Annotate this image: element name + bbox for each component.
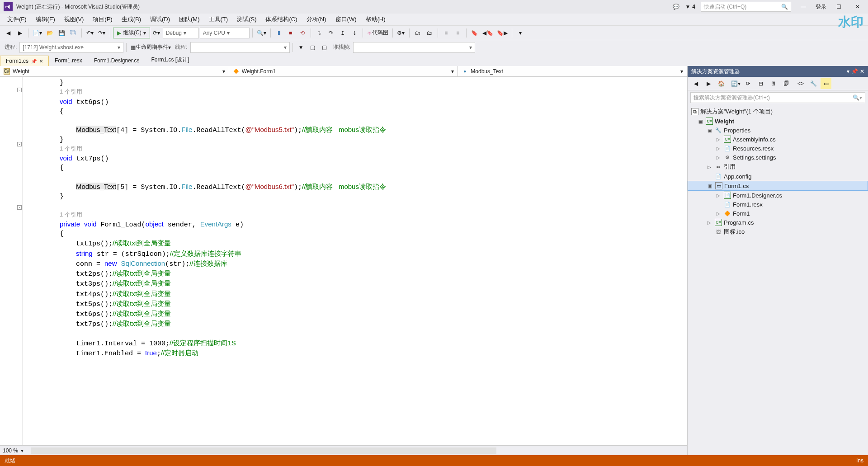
pause-button[interactable]: ⏸: [274, 28, 284, 38]
tab-form1-designer[interactable]: Form1.Designer.cs: [88, 55, 146, 66]
view-button[interactable]: ▭: [821, 78, 831, 89]
close-icon[interactable]: ✕: [39, 59, 43, 64]
save-all-button[interactable]: ⿻: [68, 28, 79, 38]
toolbox-button[interactable]: 🗂: [412, 28, 423, 38]
tree-assemblyinfo[interactable]: ▷C#AssemblyInfo.cs: [688, 135, 868, 144]
preview-button[interactable]: 🗐: [781, 78, 792, 89]
refresh-button[interactable]: ⟳: [743, 78, 754, 89]
fwd-button[interactable]: ▶: [703, 78, 714, 89]
home-button[interactable]: 🏠: [716, 78, 726, 89]
step-over-button[interactable]: ↷: [326, 28, 336, 38]
zoom-dropdown-icon[interactable]: ▾: [21, 447, 24, 454]
comment-button[interactable]: ≡: [441, 28, 452, 38]
dropdown-icon[interactable]: ▾: [847, 68, 849, 75]
collapse-button[interactable]: ⊟: [755, 78, 766, 89]
stack-dropdown[interactable]: ▾: [353, 42, 475, 53]
menu-edit[interactable]: 编辑(E): [31, 14, 60, 25]
notification-flag[interactable]: ▼4: [685, 4, 695, 10]
back-button[interactable]: ◀: [690, 78, 701, 89]
bookmark-button[interactable]: 🔖: [469, 28, 480, 38]
tree-form1-designer[interactable]: ▷📄Form1.Designer.cs: [688, 191, 868, 200]
stop-button[interactable]: ■: [285, 28, 296, 38]
prev-bookmark-button[interactable]: ◀🔖: [481, 28, 495, 38]
find-button[interactable]: 🔍▾: [255, 28, 268, 38]
code-editor[interactable]: - - - } 1 个引用 void txt6ps() { Modbus_Tex…: [0, 77, 687, 445]
step-out-button[interactable]: ↥: [337, 28, 348, 38]
tree-solution[interactable]: ⧉解决方案"Weight"(1 个项目): [688, 107, 868, 117]
tree-resources[interactable]: ▷📄Resources.resx: [688, 144, 868, 153]
tree-form1-cs[interactable]: ▣▭Form1.cs: [688, 181, 868, 191]
redo-button[interactable]: ↷▾: [96, 28, 107, 38]
next-bookmark-button[interactable]: 🔖▶: [495, 28, 509, 38]
minimize-button[interactable]: —: [797, 1, 810, 12]
outline-toggle[interactable]: -: [17, 88, 22, 92]
open-file-button[interactable]: 📂: [44, 28, 55, 38]
uncomment-button[interactable]: ≡: [453, 28, 463, 38]
properties-button[interactable]: 🔧: [808, 78, 819, 89]
pin-icon[interactable]: 📌: [31, 59, 37, 64]
tree-icon-ico[interactable]: 🖼图标.ico: [688, 227, 868, 237]
refresh-button[interactable]: ⟳▾: [151, 28, 162, 38]
outline-toggle[interactable]: -: [17, 205, 22, 210]
class-dropdown[interactable]: 🔶Weight.Form1▾: [229, 66, 458, 76]
outline-toggle[interactable]: -: [17, 142, 22, 146]
toggle2-button[interactable]: ▢: [307, 42, 318, 53]
menu-help[interactable]: 帮助(H): [361, 14, 390, 25]
tree-properties[interactable]: ▣🔧Properties: [688, 126, 868, 135]
lifecycle-button[interactable]: ▦ 生命周期事件 ▾: [129, 42, 172, 53]
tree-form1-resx[interactable]: 📄Form1.resx: [688, 200, 868, 209]
platform-dropdown[interactable]: Any CPU▾: [200, 28, 250, 38]
properties-button[interactable]: 🗂: [424, 28, 435, 38]
maximize-button[interactable]: ☐: [832, 1, 845, 12]
show-all-button[interactable]: 🗏: [768, 78, 779, 89]
zoom-level[interactable]: 100 %: [3, 447, 18, 454]
tab-form1-cs[interactable]: Form1.cs📌✕: [0, 56, 49, 66]
solution-search[interactable]: 搜索解决方案资源管理器(Ctrl+;)🔍▾: [690, 92, 865, 103]
menu-tools[interactable]: 工具(T): [204, 14, 233, 25]
menu-analyze[interactable]: 分析(N): [302, 14, 331, 25]
intellitrace-button[interactable]: ⚙▾: [396, 28, 406, 38]
close-icon[interactable]: ✕: [860, 68, 864, 75]
tree-project-weight[interactable]: ▣C#Weight: [688, 117, 868, 126]
toggle3-button[interactable]: ▢: [319, 42, 330, 53]
horizontal-scrollbar[interactable]: [31, 447, 496, 454]
feedback-icon[interactable]: 💬: [673, 4, 679, 10]
menu-view[interactable]: 视图(V): [60, 14, 88, 25]
undo-button[interactable]: ↶▾: [85, 28, 95, 38]
thread-dropdown[interactable]: ▾: [190, 42, 290, 53]
tree-references[interactable]: ▷▪▪引用: [688, 162, 868, 172]
menu-architecture[interactable]: 体系结构(C): [261, 14, 302, 25]
tree-program-cs[interactable]: ▷C#Program.cs: [688, 218, 868, 227]
nav-back-button[interactable]: ◀: [3, 28, 14, 38]
menu-project[interactable]: 项目(P): [88, 14, 117, 25]
menu-team[interactable]: 团队(M): [175, 14, 204, 25]
tab-form1-resx[interactable]: Form1.resx: [49, 55, 88, 66]
more-button[interactable]: ▾: [515, 28, 526, 38]
pin-icon[interactable]: 📌: [851, 68, 858, 75]
menu-file[interactable]: 文件(F): [3, 14, 31, 25]
sync-button[interactable]: 🔄▾: [730, 78, 741, 89]
menu-debug[interactable]: 调试(D): [146, 14, 175, 25]
continue-button[interactable]: ▶ 继续(C) ▾: [113, 28, 150, 38]
nav-fwd-button[interactable]: ▶: [14, 28, 25, 38]
menu-test[interactable]: 测试(S): [232, 14, 261, 25]
new-file-button[interactable]: 📄▾: [31, 28, 43, 38]
namespace-dropdown[interactable]: C#Weight▾: [0, 66, 229, 76]
menu-window[interactable]: 窗口(W): [331, 14, 361, 25]
tab-form1-design[interactable]: Form1.cs [设计]: [145, 54, 195, 66]
tree-appconfig[interactable]: 📄App.config: [688, 172, 868, 181]
close-button[interactable]: ✕: [851, 1, 864, 12]
save-button[interactable]: 💾: [56, 28, 67, 38]
toggle1-button[interactable]: ▼: [296, 42, 307, 53]
step-button[interactable]: ⤵: [349, 28, 360, 38]
config-dropdown[interactable]: Debug▾: [163, 28, 199, 38]
restart-button[interactable]: ⟲: [297, 28, 308, 38]
codemap-button[interactable]: ⚛ 代码图: [366, 28, 390, 38]
tree-form1-class[interactable]: ▷🔶Form1: [688, 209, 868, 218]
quick-launch-input[interactable]: 快速启动 (Ctrl+Q)🔍: [701, 2, 791, 12]
member-dropdown[interactable]: ●Modbus_Text▾: [458, 66, 687, 76]
step-into-button[interactable]: ↴: [314, 28, 325, 38]
code-button[interactable]: <>: [795, 78, 806, 89]
login-link[interactable]: 登录: [816, 3, 826, 11]
menu-build[interactable]: 生成(B): [117, 14, 146, 25]
